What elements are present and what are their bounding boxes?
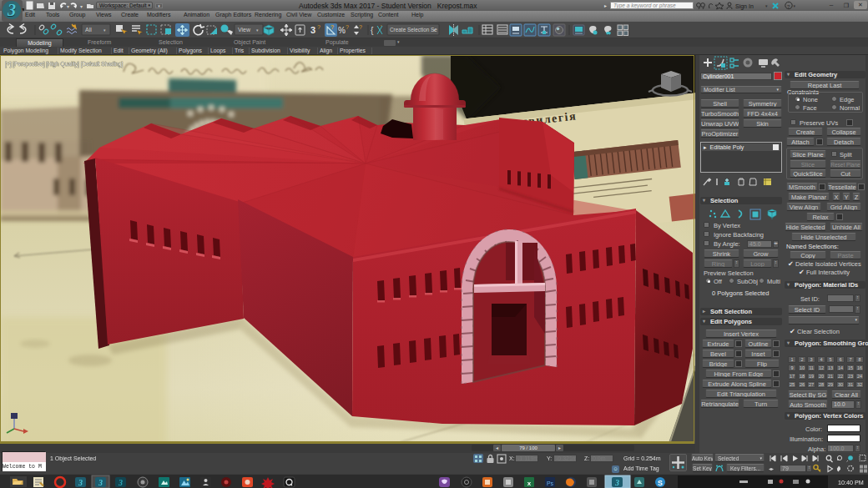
svg-text:Ps: Ps	[547, 480, 554, 486]
svg-text:?: ?	[787, 4, 790, 9]
svg-text:View: View	[238, 27, 251, 33]
svg-text:▾: ▾	[794, 3, 796, 8]
svg-text:Sign In: Sign In	[735, 3, 754, 10]
svg-text:10:40 PM: 10:40 PM	[838, 479, 864, 486]
svg-text:[+] [Perspective] [High Qualit: [+] [Perspective] [High Quality] [Defaul…	[5, 61, 123, 68]
svg-text:{: {	[371, 26, 374, 35]
svg-text:?: ?	[359, 24, 362, 30]
svg-text:?: ?	[317, 24, 320, 30]
svg-text:All: All	[85, 27, 92, 33]
svg-text:▾: ▾	[765, 3, 768, 8]
svg-text:?: ?	[331, 24, 334, 30]
svg-text:': '	[381, 24, 381, 30]
svg-text:3: 3	[614, 478, 619, 487]
svg-text:3: 3	[310, 25, 315, 35]
svg-text:?: ?	[346, 24, 349, 30]
svg-text:%: %	[338, 26, 346, 35]
svg-text:3: 3	[118, 478, 123, 487]
svg-text:▾: ▾	[67, 4, 69, 9]
svg-text:3: 3	[98, 478, 103, 487]
svg-text:3: 3	[78, 478, 83, 487]
svg-text:▾: ▾	[80, 4, 83, 9]
svg-text:S: S	[658, 479, 663, 487]
svg-text:Create Selection Se: Create Selection Se	[390, 27, 437, 33]
svg-text:x: x	[527, 480, 532, 487]
